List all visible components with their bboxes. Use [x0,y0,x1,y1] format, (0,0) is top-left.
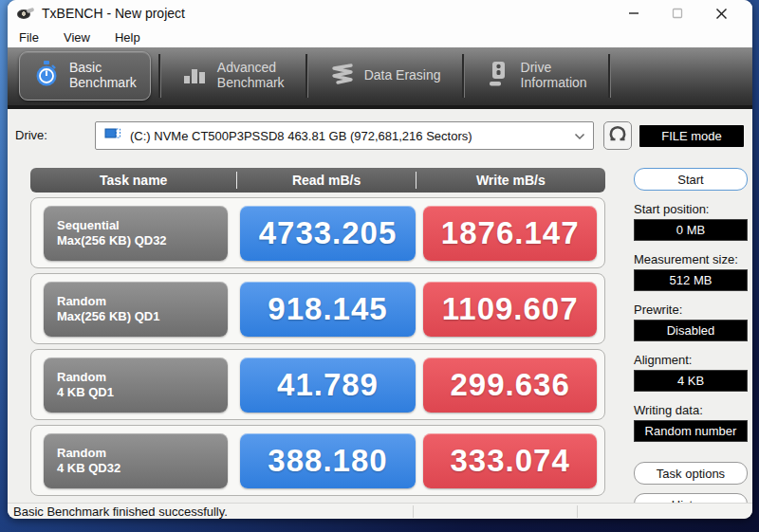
settings-sidebar: Start Start position: 0 MB Measurement s… [626,168,752,516]
task-name-chip: Random 4 KB QD1 [44,358,228,413]
task-line1: Random [57,446,228,461]
read-value: 918.145 [240,282,417,337]
read-value: 41.789 [240,358,417,413]
alignment-label: Alignment: [634,353,752,367]
table-row: Random 4 KB QD32 388.180 333.074 [30,425,605,496]
tab-label-line2: Information [521,75,587,90]
tab-separator [462,54,464,98]
tab-label-line1: Data Erasing [364,68,441,83]
drive-icon [485,60,511,92]
app-icon [17,7,34,20]
start-position-label: Start position: [634,202,752,216]
tab-bar: BasicBenchmark AdvancedBenchmark Data Er… [8,47,752,109]
menu-file[interactable]: File [17,28,48,46]
prewrite-value[interactable]: Disabled [634,320,748,341]
task-name-chip: Sequential Max(256 KB) QD32 [44,206,228,261]
start-position-value[interactable]: 0 MB [634,219,748,241]
task-line2: Max(256 KB) QD32 [57,233,228,248]
disk-icon [103,126,122,145]
chevron-down-icon [574,127,585,144]
tab-drive-information[interactable]: DriveInformation [472,51,601,101]
minimize-button[interactable] [612,1,656,26]
tab-advanced-benchmark[interactable]: AdvancedBenchmark [168,51,298,101]
write-value: 333.074 [423,433,597,488]
close-button[interactable] [699,1,743,26]
table-row: Random 4 KB QD1 41.789 299.636 [30,349,605,420]
status-separator [577,505,578,518]
tab-separator [158,54,160,98]
drive-select-value: (C:) NVMe CT500P3PSSD8 463.81 GB (972,68… [130,129,574,143]
drive-select[interactable]: (C:) NVMe CT500P3PSSD8 463.81 GB (972,68… [95,121,594,150]
drive-label: Drive: [15,128,47,142]
title-bar: TxBENCH - New project [8,0,752,27]
window-title: TxBENCH - New project [42,6,185,21]
main-content: Drive: (C:) NVMe CT500P3PSSD8 463.81 GB … [8,109,752,503]
prewrite-label: Prewrite: [634,303,752,317]
write-value: 1109.607 [423,282,597,337]
task-line1: Random [57,294,228,309]
refresh-drives-button[interactable] [603,121,632,150]
write-value: 299.636 [423,358,597,413]
alignment-value[interactable]: 4 KB [634,370,748,392]
task-line2: Max(256 KB) QD1 [57,309,228,324]
read-value: 388.180 [240,433,417,488]
menu-view[interactable]: View [62,28,100,46]
eraser-icon [328,62,355,90]
measurement-size-label: Measurement size: [634,252,752,266]
header-task-name: Task name [30,173,236,188]
status-message: Basic Benchmark finished successfully. [13,504,228,519]
table-header: Task name Read mB/s Write mB/s [30,168,605,193]
maximize-button[interactable] [656,1,699,26]
tab-separator [608,54,610,98]
status-bar: Basic Benchmark finished successfully. [8,503,752,519]
header-write: Write mB/s [417,173,605,188]
write-value: 1876.147 [423,206,597,261]
benchmark-table: Task name Read mB/s Write mB/s Sequentia… [30,168,605,496]
task-line2: 4 KB QD1 [57,385,228,400]
task-line1: Random [57,370,228,385]
tab-label-line2: Benchmark [69,75,137,90]
table-row: Sequential Max(256 KB) QD32 4733.205 187… [30,197,605,268]
writing-data-label: Writing data: [634,403,752,417]
read-value: 4733.205 [240,206,417,261]
writing-data-value[interactable]: Random number [634,420,748,442]
task-line1: Sequential [57,218,228,233]
tab-data-erasing[interactable]: Data Erasing [315,51,454,101]
tab-separator [305,54,307,98]
bar-chart-icon [181,61,208,91]
tab-label-line1: Basic [69,60,102,75]
task-name-chip: Random Max(256 KB) QD1 [44,282,228,337]
tab-label-line2: Benchmark [217,75,285,90]
tab-basic-benchmark[interactable]: BasicBenchmark [19,51,151,101]
status-separator [413,505,414,518]
tab-label-line1: Advanced [217,60,276,75]
stopwatch-icon [33,60,60,92]
table-row: Random Max(256 KB) QD1 918.145 1109.607 [30,273,605,344]
menu-help[interactable]: Help [113,28,150,46]
measurement-size-value[interactable]: 512 MB [634,269,748,291]
start-button[interactable]: Start [634,168,748,191]
tab-label-line1: Drive [521,60,552,75]
task-name-chip: Random 4 KB QD32 [44,433,228,488]
file-mode-badge[interactable]: FILE mode [639,125,744,147]
refresh-icon [608,124,627,147]
menu-bar: File View Help [8,27,752,47]
task-line2: 4 KB QD32 [57,461,228,476]
task-options-button[interactable]: Task options [634,462,748,485]
app-window: TxBENCH - New project File View Help [8,0,752,519]
header-read: Read mB/s [237,173,415,188]
